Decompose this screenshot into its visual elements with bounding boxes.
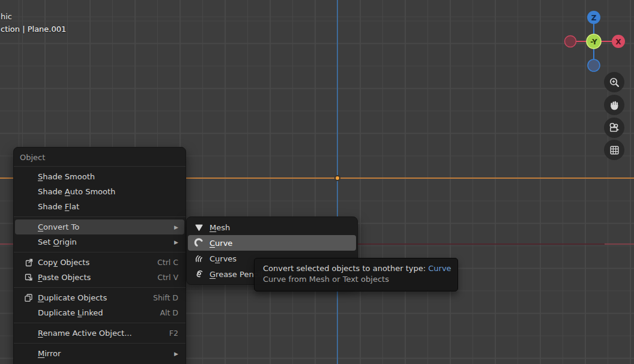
blender-3d-viewport[interactable]: hic ction | Plane.001 Z X -Y [0, 0, 634, 364]
menu-item-label: Mirror [38, 349, 61, 358]
tooltip-operator-value: Curve [428, 264, 451, 273]
menu-item-shade-smooth[interactable]: Shade Smooth [15, 169, 184, 184]
menu-item-label: Rename Active Object... [38, 329, 132, 338]
submenu-arrow-icon: ▶ [167, 351, 178, 357]
tooltip-title: Convert selected objects to another type… [263, 263, 449, 274]
menu-item-label: Curve [210, 239, 232, 248]
pan-button[interactable] [604, 95, 624, 115]
zoom-button[interactable] [604, 72, 624, 92]
menu-item-copy-objects[interactable]: Copy ObjectsCtrl C [15, 255, 184, 270]
camera-icon [608, 122, 620, 134]
shortcut-label: Alt D [152, 308, 178, 317]
viewport-view-label: hic [1, 12, 12, 21]
menu-item-rename-active-object[interactable]: Rename Active Object...F2 [15, 326, 184, 341]
menu-item-label: Duplicate Linked [38, 308, 103, 317]
menu-separator [14, 343, 186, 344]
shortcut-label: Ctrl C [150, 258, 178, 267]
gizmo-x-label: X [615, 38, 621, 46]
gizmo-neg-x-ball[interactable] [565, 36, 576, 47]
menu-separator [14, 216, 186, 217]
menu-item-paste-objects[interactable]: Paste ObjectsCtrl V [15, 270, 184, 285]
menu-item-label: Curves [210, 254, 237, 263]
menu-item-label: Paste Objects [38, 273, 91, 282]
menu-item-convert-to[interactable]: Convert To▶ [15, 219, 184, 234]
menu-item-label: Mesh [210, 223, 230, 232]
gizmo-front-ball[interactable]: -Y [587, 34, 601, 49]
menu-item-label: Set Origin [38, 237, 77, 246]
menu-separator [14, 166, 186, 167]
menu-item-label: Shade Smooth [38, 172, 95, 181]
menu-title: Object [14, 151, 186, 164]
grid-view-button[interactable] [604, 140, 624, 160]
duplicate-icon [23, 293, 38, 303]
viewport-active-object-label: ction | Plane.001 [1, 25, 66, 34]
grease-pencil-icon [194, 269, 210, 279]
camera-view-button[interactable] [604, 118, 624, 138]
menu-item-label: Convert To [38, 222, 79, 231]
navigation-gizmo[interactable]: Z X -Y [561, 7, 629, 74]
menu-item-mesh[interactable]: Mesh [188, 219, 356, 235]
grid-icon [609, 145, 620, 156]
gizmo-front-label: -Y [590, 38, 597, 46]
menu-item-shade-auto-smooth[interactable]: Shade Auto Smooth [15, 184, 184, 199]
paste-icon [23, 272, 38, 282]
copy-icon [23, 257, 38, 267]
curves-data-icon [194, 253, 210, 264]
gizmo-z-ball[interactable]: Z [587, 11, 600, 24]
submenu-arrow-icon: ▶ [167, 224, 178, 230]
submenu-arrow-icon: ▶ [167, 239, 178, 245]
hand-icon [609, 100, 620, 111]
menu-item-duplicate-linked[interactable]: Duplicate LinkedAlt D [15, 305, 184, 320]
menu-item-duplicate-objects[interactable]: Duplicate ObjectsShift D [15, 290, 184, 305]
menu-item-curve[interactable]: Curve [188, 235, 356, 251]
object-origin-dot[interactable] [334, 175, 340, 181]
tooltip: Convert selected objects to another type… [254, 258, 458, 291]
menu-item-label: Shade Auto Smooth [38, 187, 115, 196]
menu-separator [14, 252, 186, 252]
object-context-menu: Object Shade SmoothShade Auto SmoothShad… [13, 147, 186, 364]
menu-separator [14, 287, 186, 288]
gizmo-x-ball[interactable]: X [612, 35, 625, 48]
menu-item-label: Copy Objects [38, 258, 89, 267]
menu-item-label: Shade Flat [38, 202, 79, 211]
shortcut-label: F2 [162, 329, 178, 338]
menu-item-shade-flat[interactable]: Shade Flat [15, 199, 184, 214]
gizmo-z-label: Z [591, 14, 597, 22]
menu-item-mirror[interactable]: Mirror▶ [15, 346, 184, 361]
curve-data-icon [194, 237, 210, 248]
menu-separator [14, 323, 186, 323]
magnifier-plus-icon [609, 77, 620, 88]
menu-item-snap[interactable]: Snap▶ [15, 361, 184, 364]
mesh-data-icon [194, 222, 210, 233]
menu-item-label: Duplicate Objects [38, 293, 107, 302]
shortcut-label: Ctrl V [150, 273, 178, 282]
z-axis-line [337, 0, 338, 364]
gizmo-neg-z-ball[interactable] [588, 59, 600, 71]
shortcut-label: Shift D [146, 293, 178, 302]
menu-item-set-origin[interactable]: Set Origin▶ [15, 234, 184, 249]
tooltip-description: Curve from Mesh or Text objects [263, 274, 449, 285]
